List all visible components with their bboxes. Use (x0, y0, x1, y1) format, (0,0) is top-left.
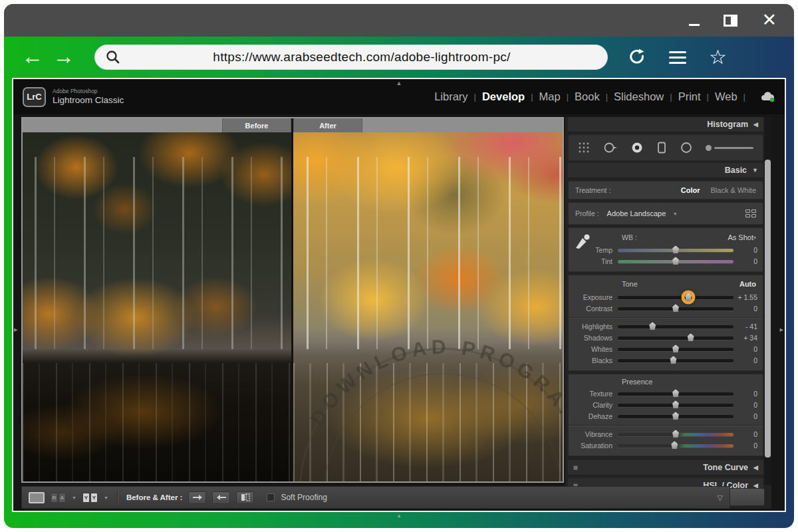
saturation-knob[interactable] (670, 441, 679, 449)
slider-row-clarity: Clarity 0 (569, 400, 763, 410)
brand-line-1: Adobe Photoshop (53, 88, 124, 95)
whites-slider[interactable] (618, 348, 733, 351)
minimize-button[interactable] (689, 15, 700, 26)
temp-knob[interactable] (672, 245, 680, 253)
maximize-button[interactable] (724, 15, 737, 27)
slider-row-vibrance: Vibrance 0 (569, 429, 763, 440)
treatment-color-option[interactable]: Color (681, 186, 700, 194)
wb-value[interactable]: As Shot (728, 233, 753, 241)
brush-tool-slider[interactable] (706, 145, 753, 151)
healing-tool-icon[interactable] (603, 142, 618, 154)
swap-before-after-button[interactable] (236, 491, 254, 504)
module-web[interactable]: Web (715, 90, 737, 103)
shadows-slider[interactable] (618, 336, 733, 340)
blacks-slider[interactable] (618, 359, 733, 362)
basic-panel-header[interactable]: Basic▼ (568, 163, 763, 178)
back-button[interactable]: ← (21, 45, 43, 67)
slider-row-temp: Temp 0 (569, 245, 763, 255)
url-bar[interactable]: https://www.arabseedtech.com/adobe-light… (94, 45, 608, 70)
wb-eyedropper-icon[interactable] (574, 232, 591, 251)
gradient-tool-icon[interactable] (656, 142, 667, 154)
cloud-sync-icon[interactable] (759, 91, 775, 102)
close-button[interactable]: ✕ (761, 11, 777, 29)
before-after-view-caret-icon[interactable]: ▼ (104, 495, 108, 500)
panel-collapse-top-icon[interactable]: ▲ (396, 80, 402, 86)
whites-knob[interactable] (672, 344, 680, 352)
module-print[interactable]: Print (678, 90, 701, 103)
copy-settings-right-button[interactable] (188, 491, 206, 504)
left-panel-expand-icon[interactable]: ▸ (14, 325, 18, 334)
profile-browser-icon[interactable] (745, 209, 756, 217)
contrast-knob[interactable] (672, 304, 680, 312)
bookmark-star-button[interactable]: ☆ (709, 47, 727, 67)
reference-view-icon[interactable]: RA (51, 493, 66, 503)
tint-knob[interactable] (672, 257, 680, 265)
window-titlebar: ✕ (4, 4, 794, 37)
shadows-knob[interactable] (686, 333, 695, 341)
slider-row-texture: Texture 0 (569, 388, 763, 399)
tone-auto-button[interactable]: Auto (739, 280, 756, 288)
dehaze-knob[interactable] (672, 412, 680, 420)
module-slideshow[interactable]: Slideshow (614, 90, 664, 103)
exposure-slider[interactable] (618, 296, 733, 299)
vibrance-slider[interactable] (618, 433, 733, 436)
module-book[interactable]: Book (575, 90, 600, 103)
soft-proofing-checkbox[interactable] (267, 493, 275, 501)
profile-box: Profile : Adobe Landscape ▾ (568, 202, 763, 225)
forward-button[interactable]: → (53, 45, 74, 67)
module-develop[interactable]: Develop (482, 90, 525, 103)
page-content: LrC Adobe Photoshop Lightroom Classic ▲ … (12, 78, 786, 512)
slider-row-blacks: Blacks 0 (569, 355, 763, 366)
tint-slider[interactable] (618, 260, 733, 263)
presence-label: Presence (622, 378, 652, 386)
contrast-slider[interactable] (618, 307, 733, 311)
highlights-knob[interactable] (648, 322, 657, 330)
histogram-panel-header[interactable]: Histogram◀ (568, 117, 763, 132)
blacks-knob[interactable] (669, 356, 678, 364)
highlights-slider[interactable] (618, 325, 733, 329)
module-map[interactable]: Map (539, 90, 561, 103)
wb-label: WB : (622, 233, 637, 241)
panel-scrollbar-thumb[interactable] (765, 160, 771, 458)
redeye-tool-icon[interactable] (631, 142, 643, 154)
texture-knob[interactable] (672, 389, 680, 397)
temp-slider[interactable] (618, 249, 733, 252)
loupe-view-icon[interactable] (29, 492, 45, 503)
panel-toggle-icon[interactable] (573, 466, 578, 470)
tone-curve-panel-header[interactable]: Tone Curve◀ (568, 460, 763, 475)
treatment-bw-option[interactable]: Black & White (711, 186, 756, 194)
slider-row-tint: Tint 0 (569, 256, 763, 267)
menu-button[interactable] (669, 51, 686, 64)
presence-box: Presence Texture 0 Clarity 0 Dehaze (568, 374, 763, 456)
slider-row-exposure: Exposure + 1.55 (569, 292, 763, 303)
wb-caret-icon[interactable]: ▾ (753, 235, 756, 241)
refresh-button[interactable] (628, 48, 646, 66)
clarity-slider[interactable] (618, 404, 733, 407)
radial-tool-icon[interactable] (680, 142, 692, 154)
crop-tool-icon[interactable] (578, 142, 590, 154)
right-panel-collapse-icon[interactable]: ▸ (779, 325, 783, 334)
after-tab[interactable]: After (293, 118, 362, 132)
copy-settings-left-button[interactable] (212, 491, 230, 504)
dehaze-slider[interactable] (618, 415, 733, 418)
profile-value[interactable]: Adobe Landscape (607, 209, 666, 217)
brush-knob[interactable] (706, 145, 712, 151)
after-image[interactable] (293, 132, 563, 481)
texture-slider[interactable] (618, 392, 733, 396)
saturation-slider[interactable] (618, 444, 733, 448)
profile-caret-icon[interactable]: ▾ (674, 211, 676, 217)
clarity-knob[interactable] (672, 400, 680, 408)
module-library[interactable]: Library (434, 90, 467, 103)
before-image[interactable] (23, 132, 291, 481)
app-brand: Adobe Photoshop Lightroom Classic (53, 88, 124, 105)
toolbar-options-chevron-icon[interactable]: ▽ (718, 493, 723, 502)
photo-canvas[interactable]: DOWNLOAD PROGRAMS (23, 132, 563, 481)
vibrance-knob[interactable] (672, 430, 680, 438)
collapse-left-icon: ◀ (753, 121, 758, 128)
url-text[interactable]: https://www.arabseedtech.com/adobe-light… (127, 50, 597, 65)
reference-view-caret-icon[interactable]: ▼ (72, 495, 76, 500)
bottom-panel-expand-icon[interactable]: ▲ (396, 513, 402, 519)
before-after-view-icon[interactable]: YY (82, 493, 98, 503)
search-icon (106, 50, 120, 65)
before-tab[interactable]: Before (222, 118, 291, 132)
